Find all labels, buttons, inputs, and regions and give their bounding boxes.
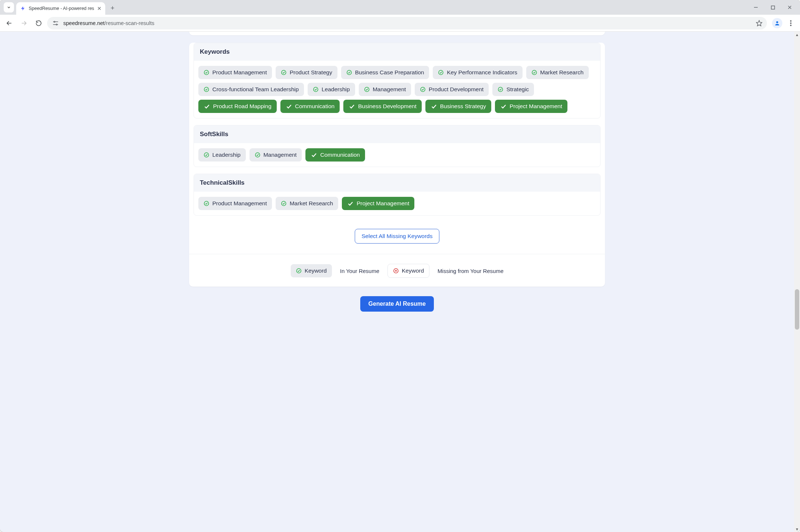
keyword-chip[interactable]: Business Case Preparation [341, 66, 429, 79]
site-settings-icon[interactable] [52, 19, 60, 27]
reload-button[interactable] [32, 17, 45, 29]
keyword-chip[interactable]: Communication [280, 100, 340, 113]
keyword-chip-list: Product ManagementProduct StrategyBusine… [194, 61, 600, 118]
chip-label: Product Management [212, 200, 267, 207]
svg-marker-12 [757, 20, 762, 26]
keywords-card: Keywords Product ManagementProduct Strat… [189, 43, 605, 287]
section-title: TechnicalSkills [194, 174, 600, 192]
select-all-missing-button[interactable]: Select All Missing Keywords [355, 229, 440, 244]
browser-tab[interactable]: SpeedResume - AI-powered res ✕ [16, 2, 105, 15]
chip-label: Business Case Preparation [355, 69, 424, 76]
keyword-chip[interactable]: Business Development [343, 100, 422, 113]
chip-label: Management [263, 152, 297, 158]
keyword-chip[interactable]: Project Management [342, 197, 414, 210]
check-circle-icon [531, 70, 537, 75]
window-minimize-button[interactable] [748, 1, 764, 13]
check-icon [431, 103, 437, 110]
keyword-chip[interactable]: Product Strategy [276, 66, 337, 79]
svg-point-13 [776, 21, 778, 23]
keyword-chip[interactable]: Management [359, 83, 411, 96]
chip-label: Business Strategy [440, 103, 486, 110]
scrollbar[interactable]: ▲ ▼ [794, 32, 800, 532]
menu-button[interactable] [785, 17, 797, 29]
keyword-chip[interactable]: Key Performance Indicators [433, 66, 522, 79]
check-icon [286, 103, 292, 110]
check-circle-icon [203, 86, 209, 92]
chip-label: Project Management [510, 103, 562, 110]
keyword-chip[interactable]: Product Development [415, 83, 489, 96]
check-icon [311, 152, 317, 158]
check-circle-icon [281, 201, 287, 206]
keyword-chip[interactable]: Product Management [198, 66, 272, 79]
technicalskills-section: TechnicalSkills Product ManagementMarket… [194, 174, 601, 216]
keyword-chip[interactable]: Leadership [308, 83, 355, 96]
chip-label: Leadership [212, 152, 241, 158]
check-circle-icon [438, 70, 444, 75]
check-circle-icon [296, 268, 302, 274]
window-close-button[interactable] [782, 1, 798, 13]
keyword-chip[interactable]: Project Management [495, 100, 567, 113]
svg-point-14 [790, 20, 792, 22]
bookmark-icon[interactable] [756, 20, 762, 26]
toolbar: speedresume.net/resume-scan-results [0, 15, 800, 32]
chip-label: Management [373, 86, 406, 93]
scroll-up-icon[interactable]: ▲ [794, 32, 800, 38]
check-icon [347, 200, 354, 207]
check-circle-icon [203, 201, 209, 206]
keyword-chip[interactable]: Market Research [526, 66, 589, 79]
technicalskill-chip-list: Product ManagementMarket ResearchProject… [194, 192, 600, 215]
tab-search-button[interactable] [4, 2, 14, 13]
svg-point-16 [790, 25, 792, 26]
x-circle-icon [393, 268, 399, 274]
keyword-chip[interactable]: Cross-functional Team Leadership [198, 83, 304, 96]
viewport: Keywords Product ManagementProduct Strat… [0, 32, 800, 532]
chip-label: Product Strategy [290, 69, 332, 76]
keyword-chip[interactable]: Leadership [198, 148, 246, 162]
close-tab-icon[interactable]: ✕ [97, 6, 102, 11]
url-text: speedresume.net/resume-scan-results [63, 20, 154, 26]
softskill-chip-list: LeadershipManagementCommunication [194, 143, 600, 167]
check-circle-icon [313, 86, 319, 92]
chip-label: Business Development [358, 103, 417, 110]
keyword-chip[interactable]: Communication [305, 148, 365, 162]
chip-label: Project Management [357, 200, 409, 207]
scroll-thumb[interactable] [795, 289, 799, 330]
svg-rect-1 [771, 6, 775, 9]
favicon-icon [20, 6, 26, 11]
scroll-down-icon[interactable]: ▼ [794, 526, 800, 532]
tab-title: SpeedResume - AI-powered res [29, 6, 94, 11]
chip-label: Market Research [540, 69, 584, 76]
chip-label: Market Research [290, 200, 333, 207]
legend-missing-text: Missing from Your Resume [438, 268, 503, 274]
back-button[interactable] [3, 17, 15, 29]
profile-button[interactable] [772, 18, 782, 28]
new-tab-button[interactable]: + [107, 3, 118, 13]
svg-point-15 [790, 22, 792, 24]
svg-point-9 [56, 24, 57, 25]
keyword-chip[interactable]: Market Research [276, 197, 338, 210]
generate-ai-resume-button[interactable]: Generate AI Resume [360, 296, 434, 312]
titlebar: SpeedResume - AI-powered res ✕ + [0, 0, 800, 15]
address-bar[interactable]: speedresume.net/resume-scan-results [47, 17, 767, 29]
legend-present-chip: Keyword [291, 264, 332, 277]
forward-button[interactable] [18, 17, 30, 29]
softskills-section: SoftSkills LeadershipManagementCommunica… [194, 125, 601, 167]
chip-label: Strategic [506, 86, 529, 93]
chip-label: Product Development [429, 86, 484, 93]
check-icon [203, 103, 210, 110]
keyword-chip[interactable]: Product Management [198, 197, 272, 210]
keyword-chip[interactable]: Management [249, 148, 302, 162]
keywords-section: Keywords Product ManagementProduct Strat… [194, 43, 601, 118]
window-maximize-button[interactable] [765, 1, 781, 13]
chip-label: Product Road Mapping [213, 103, 272, 110]
legend-present-text: In Your Resume [340, 268, 379, 274]
check-circle-icon [364, 86, 370, 92]
check-circle-icon [281, 70, 287, 75]
keyword-chip[interactable]: Product Road Mapping [198, 100, 277, 113]
window-controls [748, 0, 798, 15]
keyword-chip[interactable]: Business Strategy [425, 100, 491, 113]
keyword-chip[interactable]: Strategic [492, 83, 534, 96]
chip-label: Leadership [322, 86, 350, 93]
section-title: Keywords [194, 43, 600, 61]
svg-point-6 [54, 21, 55, 22]
